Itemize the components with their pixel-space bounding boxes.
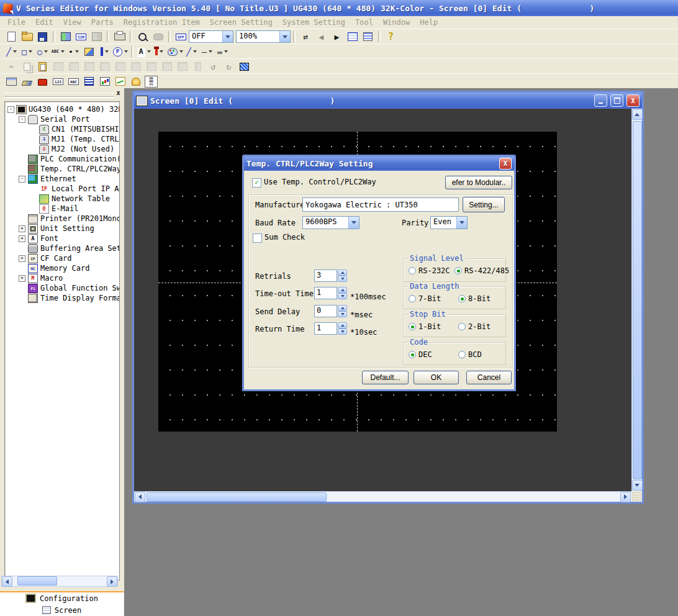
keypad-part-button[interactable]: [81, 75, 97, 88]
rotate-left-button[interactable]: [128, 60, 143, 73]
zoom-level-combo[interactable]: 100%: [236, 30, 291, 43]
menu-edit[interactable]: Edit: [30, 17, 58, 28]
menu-file[interactable]: File: [2, 17, 30, 28]
transfer-button[interactable]: [58, 30, 73, 43]
resize-grip[interactable]: [631, 491, 642, 502]
measure-tool-button[interactable]: [97, 45, 112, 58]
minimize-button[interactable]: [594, 94, 607, 107]
spin-down-button[interactable]: [338, 311, 347, 317]
panel-close-button[interactable]: x: [114, 89, 122, 97]
default-button[interactable]: Default...: [362, 371, 409, 384]
frame-a-button[interactable]: [97, 60, 112, 73]
spin-down-button[interactable]: [338, 328, 347, 335]
dialog-close-button[interactable]: X: [499, 158, 512, 170]
char-display-button[interactable]: ABC: [66, 75, 81, 88]
pen-color-button[interactable]: [151, 45, 167, 58]
chevron-down-icon[interactable]: [105, 50, 109, 53]
manufacture-field[interactable]: Yokogawa Electric : UT350: [302, 197, 459, 212]
sum-check-checkbox[interactable]: [253, 233, 262, 243]
paint-tool-button[interactable]: [81, 45, 97, 58]
scroll-left-button[interactable]: [2, 576, 12, 587]
close-button[interactable]: X: [626, 94, 640, 107]
pin-button[interactable]: [190, 60, 206, 73]
rectangle-tool-button[interactable]: □: [19, 45, 35, 58]
chevron-down-icon[interactable]: [224, 50, 228, 53]
radio-1bit[interactable]: 1-Bit: [409, 322, 441, 331]
cancel-button[interactable]: Cancel: [466, 371, 512, 384]
dot-tool-button[interactable]: •: [66, 45, 81, 58]
chevron-down-icon[interactable]: [179, 50, 183, 53]
palette-button[interactable]: [167, 45, 184, 58]
combo-arrow-button[interactable]: [279, 31, 290, 42]
scrollbar-thumb[interactable]: [633, 121, 642, 479]
fill-style-button[interactable]: ▬: [215, 45, 230, 58]
expand-icon[interactable]: +: [19, 275, 25, 282]
radio-rs422-485[interactable]: RS-422/485: [454, 266, 509, 275]
copy-button[interactable]: [19, 60, 35, 73]
tab-configuration[interactable]: Configuration: [0, 592, 124, 604]
menu-registration-item[interactable]: Registration Item: [119, 17, 205, 28]
cut-button[interactable]: ✂: [4, 60, 19, 73]
grid-off-toggle[interactable]: OFF: [173, 30, 189, 43]
combo-arrow-button[interactable]: [222, 31, 233, 42]
send-delay-field[interactable]: 0: [314, 305, 337, 317]
alarm-lamp-button[interactable]: [35, 75, 50, 88]
maximize-button[interactable]: [610, 94, 623, 107]
refer-to-modular-button[interactable]: efer to Modular..: [445, 176, 512, 189]
previous-screen-button[interactable]: ◀: [314, 30, 329, 43]
parity-combo[interactable]: Even: [430, 216, 468, 229]
return-time-field[interactable]: 1: [314, 322, 337, 335]
tree-item-local-port-ip[interactable]: IPLocal Port IP Ad: [5, 184, 119, 194]
chevron-down-icon[interactable]: [160, 50, 163, 53]
tree-item-network-table[interactable]: Network Table: [5, 194, 119, 204]
chevron-down-icon[interactable]: [209, 50, 212, 53]
tree-item-memory-card[interactable]: MCMemory Card: [5, 263, 119, 273]
collapse-icon[interactable]: -: [19, 116, 25, 123]
zoom-tool-button[interactable]: [135, 30, 150, 43]
spin-up-button[interactable]: [338, 287, 347, 293]
tree-item-plc-communication[interactable]: PLC Communication(M: [5, 154, 119, 164]
tree-item-ug430[interactable]: -UG430 (640 * 480) 32K-: [5, 104, 119, 114]
char-color-button[interactable]: A: [136, 45, 151, 58]
tree-item-unit-setting[interactable]: +Unit Setting: [5, 224, 119, 233]
p-mark-tool-button[interactable]: P: [112, 45, 129, 58]
spin-down-button[interactable]: [338, 293, 347, 299]
tree-item-cf-card[interactable]: +CFCF Card: [5, 253, 119, 263]
tree-item-ethernet[interactable]: -Ethernet: [5, 174, 119, 184]
align-a-button[interactable]: [159, 60, 174, 73]
frame-b-button[interactable]: [112, 60, 128, 73]
grid-mode-combo[interactable]: OFF: [189, 30, 233, 43]
line-style-button[interactable]: ╱: [184, 45, 199, 58]
paste-button[interactable]: [35, 60, 50, 73]
menu-parts[interactable]: Parts: [86, 17, 119, 28]
scrollbar-thumb[interactable]: [147, 492, 327, 502]
chevron-down-icon[interactable]: [13, 50, 17, 53]
tree-item-printer[interactable]: Printer (PR201Monoch: [5, 214, 119, 224]
save-button[interactable]: [35, 30, 50, 43]
date-part-button[interactable]: DD MM YY: [143, 75, 159, 88]
group-button[interactable]: [50, 60, 66, 73]
tree-horizontal-scrollbar[interactable]: [1, 576, 118, 587]
tree-item-mj1[interactable]: 1MJ1 (Temp. CTRL/P: [5, 134, 119, 144]
search-button[interactable]: [150, 30, 166, 43]
tree-item-email[interactable]: @E-Mail: [5, 204, 119, 214]
tree-item-mj2[interactable]: 2MJ2 (Not Used): [5, 144, 119, 154]
chevron-down-icon[interactable]: [61, 50, 65, 53]
rotate-right-button[interactable]: [143, 60, 159, 73]
simulation-button[interactable]: SIM: [73, 30, 89, 43]
undo-button[interactable]: ↺: [206, 60, 221, 73]
scrollbar-thumb[interactable]: [17, 576, 57, 586]
redo-button[interactable]: ↻: [221, 60, 237, 73]
swap-screen-button[interactable]: ⇄: [298, 30, 314, 43]
tree-item-time-display-format[interactable]: Time Display Format: [5, 293, 119, 303]
menu-window[interactable]: Window: [378, 17, 415, 28]
align-b-button[interactable]: [174, 60, 190, 73]
open-button[interactable]: [19, 30, 35, 43]
radio-2bit[interactable]: 2-Bit: [458, 322, 490, 331]
help-button[interactable]: ?: [383, 30, 399, 43]
menu-screen-setting[interactable]: Screen Setting: [205, 17, 278, 28]
expand-icon[interactable]: +: [19, 235, 25, 242]
tree-item-serial-port[interactable]: -Serial Port: [5, 114, 119, 124]
tree-item-macro[interactable]: +MMacro: [5, 273, 119, 283]
spin-up-button[interactable]: [338, 305, 347, 311]
